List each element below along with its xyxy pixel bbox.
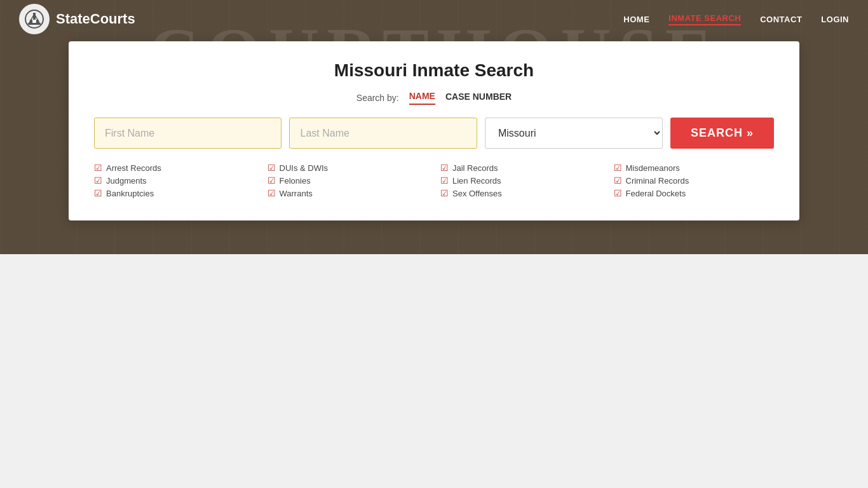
checkbox-label: DUIs & DWIs xyxy=(280,163,329,173)
checkbox-lien-records: ☑ Lien Records xyxy=(440,175,601,186)
check-icon: ☑ xyxy=(94,163,102,173)
checkbox-sex-offenses: ☑ Sex Offenses xyxy=(440,188,601,198)
check-icon: ☑ xyxy=(440,163,449,173)
checkbox-label: Sex Offenses xyxy=(452,189,502,198)
check-icon: ☑ xyxy=(94,188,102,198)
nav-login[interactable]: LOGIN xyxy=(821,15,849,24)
checkbox-label: Lien Records xyxy=(452,176,501,186)
check-icon: ☑ xyxy=(440,188,449,198)
checkbox-bankruptcies: ☑ Bankruptcies xyxy=(94,188,255,198)
checkbox-felonies: ☑ Felonies xyxy=(268,175,428,186)
checkbox-duis-dwis: ☑ DUIs & DWIs xyxy=(268,163,428,173)
checkbox-label: Arrest Records xyxy=(106,163,161,173)
tab-name[interactable]: NAME xyxy=(409,91,435,105)
check-icon: ☑ xyxy=(614,188,622,198)
first-name-input[interactable] xyxy=(94,118,281,149)
logo-icon xyxy=(19,4,50,34)
nav-contact[interactable]: CONTACT xyxy=(760,15,802,24)
check-icon: ☑ xyxy=(614,175,622,186)
logo[interactable]: StateCourts xyxy=(19,4,135,34)
check-icon: ☑ xyxy=(94,175,102,186)
svg-rect-3 xyxy=(30,20,32,23)
state-select[interactable]: Missouri Alabama Alaska Arizona Arkansas… xyxy=(485,118,663,149)
search-title: Missouri Inmate Search xyxy=(94,60,774,81)
checkbox-grid: ☑ Arrest Records ☑ DUIs & DWIs ☑ Jail Re… xyxy=(94,163,774,198)
header: COURTHOUSE StateCourts HOME INMATE SEARC… xyxy=(0,0,868,254)
checkbox-label: Felonies xyxy=(280,176,311,186)
svg-rect-1 xyxy=(28,23,41,25)
svg-rect-5 xyxy=(33,20,36,23)
search-inputs: Missouri Alabama Alaska Arizona Arkansas… xyxy=(94,118,774,149)
search-by-row: Search by: NAME CASE NUMBER xyxy=(94,91,774,105)
checkbox-jail-records: ☑ Jail Records xyxy=(440,163,601,173)
checkbox-label: Criminal Records xyxy=(626,176,689,186)
top-navigation: StateCourts HOME INMATE SEARCH CONTACT L… xyxy=(0,0,868,38)
last-name-input[interactable] xyxy=(289,118,477,149)
search-button[interactable]: SEARCH » xyxy=(670,118,774,149)
nav-home[interactable]: HOME xyxy=(623,15,649,24)
checkbox-label: Warrants xyxy=(280,189,313,198)
checkbox-warrants: ☑ Warrants xyxy=(268,188,428,198)
checkbox-criminal-records: ☑ Criminal Records xyxy=(614,175,775,186)
nav-inmate-search[interactable]: INMATE SEARCH xyxy=(668,13,741,25)
search-by-label: Search by: xyxy=(356,93,399,103)
checkbox-label: Jail Records xyxy=(452,163,498,173)
checkbox-misdemeanors: ☑ Misdemeanors xyxy=(614,163,775,173)
logo-text: StateCourts xyxy=(56,11,135,27)
search-card: Missouri Inmate Search Search by: NAME C… xyxy=(69,41,799,220)
checkbox-label: Bankruptcies xyxy=(106,189,154,198)
check-icon: ☑ xyxy=(268,175,276,186)
tab-case-number[interactable]: CASE NUMBER xyxy=(445,92,512,104)
check-icon: ☑ xyxy=(268,163,276,173)
checkbox-label: Judgments xyxy=(106,176,147,186)
checkbox-label: Federal Dockets xyxy=(626,189,686,198)
check-icon: ☑ xyxy=(440,175,449,186)
svg-rect-4 xyxy=(36,20,39,23)
checkbox-label: Misdemeanors xyxy=(626,163,680,173)
check-icon: ☑ xyxy=(614,163,622,173)
checkbox-judgments: ☑ Judgments xyxy=(94,175,255,186)
checkbox-arrest-records: ☑ Arrest Records xyxy=(94,163,255,173)
checkbox-federal-dockets: ☑ Federal Dockets xyxy=(614,188,775,198)
check-icon: ☑ xyxy=(268,188,276,198)
nav-links: HOME INMATE SEARCH CONTACT LOGIN xyxy=(623,13,849,25)
